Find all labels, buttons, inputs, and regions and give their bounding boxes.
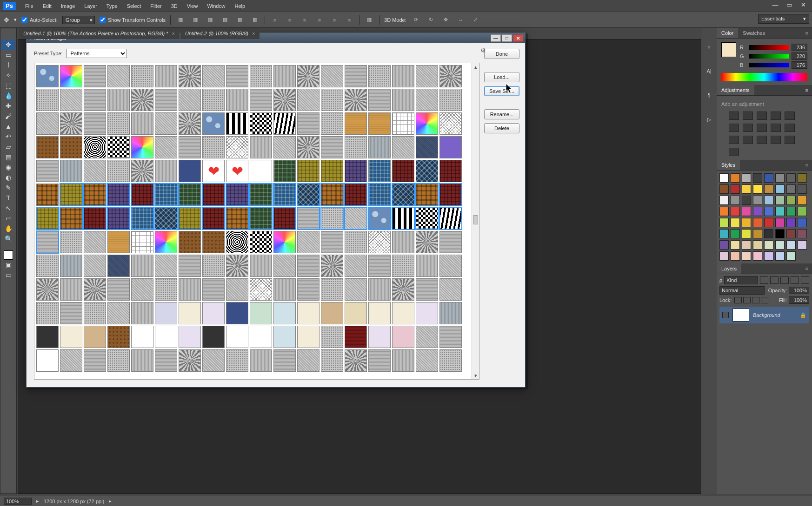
pattern-swatch[interactable] — [321, 65, 343, 87]
style-swatch[interactable] — [775, 229, 785, 238]
pattern-swatch[interactable] — [226, 65, 248, 87]
adjustment-icon[interactable] — [771, 136, 781, 144]
adjustment-icon[interactable] — [771, 124, 781, 132]
swatches-tab[interactable]: Swatches — [738, 28, 770, 38]
pattern-swatch[interactable] — [107, 89, 130, 111]
actions-panel-icon[interactable]: ▷ — [704, 114, 714, 125]
marquee-tool[interactable]: ▭ — [1, 50, 15, 60]
pattern-swatch[interactable] — [321, 207, 343, 230]
style-swatch[interactable] — [786, 229, 796, 238]
style-swatch[interactable] — [786, 240, 796, 250]
heal-tool[interactable]: ✚ — [1, 101, 15, 111]
dist-hcenter-icon[interactable]: ≡ — [329, 15, 339, 25]
pattern-swatch[interactable] — [273, 255, 296, 277]
adjustment-icon[interactable] — [785, 124, 795, 132]
pattern-swatch[interactable] — [297, 302, 319, 324]
pattern-swatch[interactable] — [416, 89, 438, 111]
pattern-swatch[interactable] — [250, 184, 272, 206]
align-bottom-icon[interactable]: ▦ — [250, 15, 260, 25]
pattern-swatch[interactable] — [155, 255, 177, 277]
filter-smart-icon[interactable] — [801, 276, 809, 284]
auto-select-checkbox[interactable]: Auto-Select: — [21, 17, 58, 23]
shape-tool[interactable]: ▭ — [1, 213, 15, 223]
close-tab-icon[interactable]: × — [172, 31, 175, 36]
style-swatch[interactable] — [753, 196, 762, 205]
foreground-swatch[interactable] — [4, 250, 13, 260]
style-swatch[interactable] — [719, 251, 729, 261]
pattern-swatch[interactable] — [297, 184, 319, 206]
pattern-swatch[interactable] — [416, 278, 438, 301]
eraser-tool[interactable]: ▱ — [1, 142, 15, 152]
style-swatch[interactable] — [753, 173, 762, 183]
pattern-swatch[interactable] — [250, 349, 272, 372]
pattern-swatch[interactable] — [368, 136, 391, 158]
pattern-swatch[interactable] — [321, 231, 343, 253]
align-left-icon[interactable]: ▦ — [175, 15, 186, 25]
pattern-swatch[interactable] — [131, 326, 153, 348]
pattern-swatch[interactable] — [345, 255, 367, 277]
dist-mid-icon[interactable]: ≡ — [285, 15, 295, 25]
pattern-swatch[interactable] — [345, 89, 367, 111]
pattern-swatch[interactable] — [36, 278, 59, 301]
blur-tool[interactable]: ◉ — [1, 162, 15, 172]
layers-tab[interactable]: Layers — [717, 263, 741, 274]
scroll-thumb[interactable] — [473, 215, 478, 224]
menu-layer[interactable]: Layer — [80, 1, 102, 11]
pattern-swatch[interactable] — [345, 112, 367, 135]
style-swatch[interactable] — [742, 218, 751, 227]
pattern-swatch[interactable] — [416, 326, 438, 348]
opacity-value[interactable]: 100% — [789, 287, 809, 294]
panel-menu-icon[interactable]: ≡ — [802, 160, 812, 170]
auto-align-icon[interactable]: ▦ — [364, 15, 374, 25]
close-tab-icon[interactable]: × — [252, 31, 255, 36]
pattern-swatch[interactable] — [107, 231, 130, 253]
pattern-swatch[interactable] — [131, 136, 153, 158]
pattern-swatch[interactable] — [392, 136, 414, 158]
pattern-swatch[interactable] — [84, 326, 106, 348]
style-swatch[interactable] — [753, 251, 762, 261]
pattern-swatch[interactable] — [179, 231, 201, 253]
history-panel-icon[interactable]: ≡ — [704, 42, 714, 52]
pattern-swatch[interactable]: ❤ — [202, 160, 225, 182]
pattern-swatch[interactable] — [368, 231, 391, 253]
pattern-swatch[interactable] — [368, 112, 391, 135]
align-top-icon[interactable]: ▦ — [220, 15, 230, 25]
pattern-swatch[interactable] — [345, 326, 367, 348]
style-swatch[interactable] — [731, 173, 740, 183]
pattern-swatch[interactable] — [202, 207, 225, 230]
pattern-swatch[interactable] — [202, 89, 225, 111]
pattern-swatch[interactable] — [155, 326, 177, 348]
pattern-swatch[interactable] — [416, 207, 438, 230]
style-swatch[interactable] — [731, 240, 740, 250]
pattern-swatch[interactable] — [36, 160, 59, 182]
adjustment-icon[interactable] — [743, 112, 753, 120]
align-right-icon[interactable]: ▦ — [205, 15, 215, 25]
pattern-swatch[interactable] — [84, 349, 106, 372]
adjustment-icon[interactable] — [785, 112, 795, 120]
pattern-swatch[interactable] — [416, 65, 438, 87]
style-swatch[interactable] — [753, 218, 762, 227]
pattern-swatch[interactable] — [60, 184, 82, 206]
pattern-swatch[interactable] — [226, 136, 248, 158]
screen-mode-icon[interactable]: ▭ — [1, 270, 15, 280]
style-swatch[interactable] — [798, 240, 807, 250]
fill-value[interactable]: 100% — [789, 296, 809, 304]
pattern-swatch[interactable] — [321, 349, 343, 372]
style-swatch[interactable] — [719, 207, 729, 216]
pattern-swatch[interactable] — [60, 349, 82, 372]
load-button[interactable]: Load... — [484, 72, 519, 82]
style-swatch[interactable] — [786, 196, 796, 205]
pattern-swatch[interactable] — [60, 326, 82, 348]
style-swatch[interactable] — [775, 184, 785, 194]
pattern-swatch[interactable] — [179, 136, 201, 158]
pattern-swatch[interactable] — [226, 302, 248, 324]
pattern-swatch[interactable] — [60, 136, 82, 158]
pattern-swatch[interactable] — [155, 184, 177, 206]
pattern-swatch[interactable] — [155, 231, 177, 253]
save-set-button[interactable]: Save Set... — [484, 86, 519, 96]
pattern-swatch[interactable] — [131, 278, 153, 301]
style-swatch[interactable] — [742, 229, 751, 238]
style-swatch[interactable] — [775, 218, 785, 227]
adjustment-icon[interactable] — [743, 124, 753, 132]
rename-button[interactable]: Rename... — [484, 109, 519, 119]
